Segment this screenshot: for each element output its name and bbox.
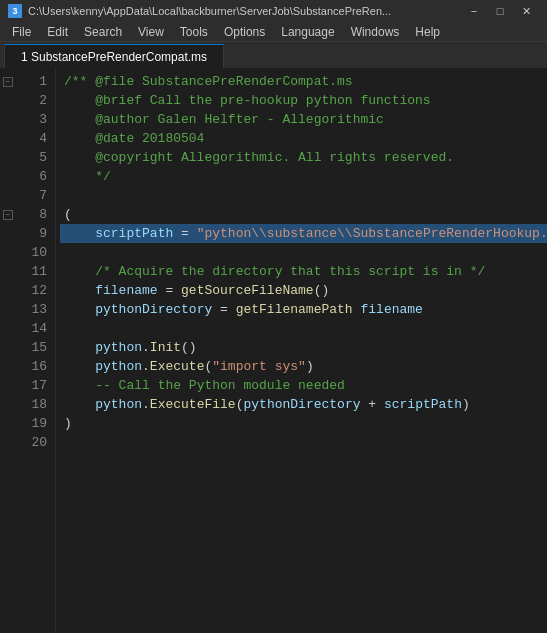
token-variable: python — [95, 395, 142, 414]
token-indent — [64, 376, 95, 395]
token-comment: /* Acquire the directory that this scrip… — [95, 262, 485, 281]
line-number: 1 — [24, 72, 47, 91]
token-white: = — [158, 281, 181, 300]
token-comment: /** @file SubstancePreRenderCompat.ms — [64, 72, 353, 91]
token-comment: @date 20180504 — [64, 129, 204, 148]
token-variable: scriptPath — [384, 395, 462, 414]
token-comment: @copyright Allegorithmic. All rights res… — [64, 148, 454, 167]
token-comment: -- Call the Python module needed — [95, 376, 345, 395]
gutter-cell — [0, 338, 16, 357]
token-white: ) — [306, 357, 314, 376]
token-white: . — [142, 357, 150, 376]
token-white: + — [361, 395, 384, 414]
token-punct: ( — [64, 205, 72, 224]
token-indent — [64, 338, 95, 357]
code-line — [60, 186, 547, 205]
line-number: 5 — [24, 148, 47, 167]
line-number: 4 — [24, 129, 47, 148]
token-comment: @brief Call the pre-hookup python functi… — [64, 91, 431, 110]
token-variable: filename — [361, 300, 423, 319]
gutter-cell — [0, 395, 16, 414]
gutter-cell: − — [0, 205, 16, 224]
editor: −− 1234567891011121314151617181920 /** @… — [0, 68, 547, 633]
line-number: 10 — [24, 243, 47, 262]
token-variable: pythonDirectory — [243, 395, 360, 414]
token-white: ) — [462, 395, 470, 414]
code-line: python.Execute("import sys") — [60, 357, 547, 376]
token-comment: */ — [64, 167, 111, 186]
token-white: ( — [236, 395, 244, 414]
token-white: = — [212, 300, 235, 319]
token-function: Init — [150, 338, 181, 357]
code-line: /* Acquire the directory that this scrip… — [60, 262, 547, 281]
menu-item-options[interactable]: Options — [216, 22, 273, 42]
menu-item-tools[interactable]: Tools — [172, 22, 216, 42]
code-line: /** @file SubstancePreRenderCompat.ms — [60, 72, 547, 91]
gutter-cell — [0, 433, 16, 452]
window-title: C:\Users\kenny\AppData\Local\backburner\… — [28, 5, 391, 17]
line-number: 15 — [24, 338, 47, 357]
code-line: python.Init() — [60, 338, 547, 357]
line-number: 14 — [24, 319, 47, 338]
title-bar-left: 3 C:\Users\kenny\AppData\Local\backburne… — [8, 4, 391, 18]
code-line: @author Galen Helfter - Allegorithmic — [60, 110, 547, 129]
line-number: 2 — [24, 91, 47, 110]
line-number: 7 — [24, 186, 47, 205]
close-button[interactable]: ✕ — [513, 0, 539, 22]
tab-substance[interactable]: 1 SubstancePreRenderCompat.ms — [4, 44, 224, 68]
token-punct: ) — [64, 414, 72, 433]
menu-item-file[interactable]: File — [4, 22, 39, 42]
gutter-cell — [0, 414, 16, 433]
token-indent — [64, 281, 95, 300]
token-function: Execute — [150, 357, 205, 376]
token-white — [353, 300, 361, 319]
token-indent — [64, 357, 95, 376]
line-number: 18 — [24, 395, 47, 414]
tab-label: 1 SubstancePreRenderCompat.ms — [21, 50, 207, 64]
token-indent — [64, 262, 95, 281]
token-variable: python — [95, 338, 142, 357]
token-string: "python\\substance\\SubstancePreRenderHo… — [197, 224, 547, 243]
maximize-button[interactable]: □ — [487, 0, 513, 22]
code-line: -- Call the Python module needed — [60, 376, 547, 395]
gutter-cell — [0, 148, 16, 167]
menu-item-help[interactable]: Help — [407, 22, 448, 42]
line-number: 3 — [24, 110, 47, 129]
code-line: ( — [60, 205, 547, 224]
token-indent — [64, 300, 95, 319]
token-white: = — [173, 224, 196, 243]
line-number: 17 — [24, 376, 47, 395]
menu-item-edit[interactable]: Edit — [39, 22, 76, 42]
line-number: 11 — [24, 262, 47, 281]
code-area[interactable]: /** @file SubstancePreRenderCompat.ms @b… — [56, 68, 547, 633]
gutter-cell — [0, 300, 16, 319]
menu-item-search[interactable]: Search — [76, 22, 130, 42]
line-number: 19 — [24, 414, 47, 433]
token-white: . — [142, 395, 150, 414]
line-numbers: 1234567891011121314151617181920 — [16, 68, 56, 633]
token-variable: scriptPath — [95, 224, 173, 243]
app-icon: 3 — [8, 4, 22, 18]
code-line: filename = getSourceFileName() — [60, 281, 547, 300]
menu-item-language[interactable]: Language — [273, 22, 342, 42]
gutter-cell — [0, 110, 16, 129]
menu-item-view[interactable]: View — [130, 22, 172, 42]
code-line: pythonDirectory = getFilenamePath filena… — [60, 300, 547, 319]
code-line — [60, 319, 547, 338]
code-line: */ — [60, 167, 547, 186]
code-line: scriptPath = "python\\substance\\Substan… — [60, 224, 547, 243]
menu-bar: FileEditSearchViewToolsOptionsLanguageWi… — [0, 22, 547, 42]
fold-indicator[interactable]: − — [3, 77, 13, 87]
gutter-cell — [0, 357, 16, 376]
line-number: 13 — [24, 300, 47, 319]
menu-item-windows[interactable]: Windows — [343, 22, 408, 42]
fold-indicator[interactable]: − — [3, 210, 13, 220]
minimize-button[interactable]: − — [461, 0, 487, 22]
token-white: () — [181, 338, 197, 357]
code-line: ) — [60, 414, 547, 433]
token-variable: python — [95, 357, 142, 376]
token-string: "import sys" — [212, 357, 306, 376]
code-line: @brief Call the pre-hookup python functi… — [60, 91, 547, 110]
token-comment: @author Galen Helfter - Allegorithmic — [64, 110, 384, 129]
code-line — [60, 243, 547, 262]
